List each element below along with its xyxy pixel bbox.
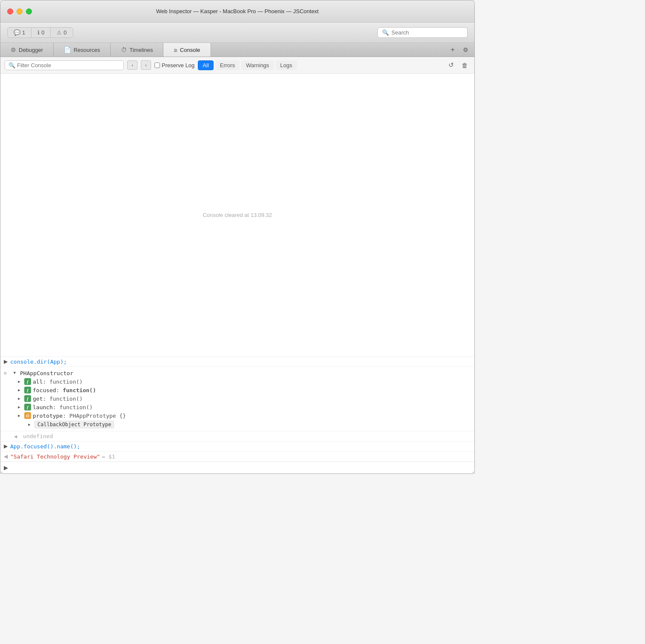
message-icon: 💬 [14,29,20,36]
console-entry-input-1: ▶ console.dir(App); [0,356,474,367]
prop-key-focused: focused [33,387,56,393]
prop-key-all: all [33,379,43,385]
console-entry-input-2: ▶ App.focused().name(); [0,441,474,451]
timelines-icon: ⏱ [121,46,127,53]
func-badge-focused: f [24,387,31,393]
prop-key-prototype: prototype [33,413,63,419]
tab-resources[interactable]: 📄 Resources [54,43,111,57]
func-badge-get: f [24,395,31,402]
preserve-log-label[interactable]: Preserve Log [154,62,194,68]
tab-debugger[interactable]: ⚙ Debugger [0,43,54,57]
tab-console-label: Console [180,47,200,53]
nav-next-button[interactable]: › [141,60,151,70]
tree-row-launch: ▶ f launch : function() [4,403,471,411]
filter-buttons: All Errors Warnings Logs [198,60,297,70]
console-prompt-input[interactable] [11,464,471,471]
search-input[interactable] [391,29,463,36]
title-bar: Web Inspector — Kasper - MacBook Pro — P… [0,0,474,23]
clear-button[interactable]: 🗑 [459,60,470,71]
tab-debugger-label: Debugger [19,47,43,53]
preserve-log-checkbox[interactable] [154,63,160,68]
prop-colon-get: : [43,396,49,402]
console-prompt[interactable]: ▶ [0,462,474,473]
prop-val-get: function() [49,396,83,402]
console-area[interactable]: Console cleared at 13.09.32 ▶ console.di… [0,74,474,473]
callback-obj-badge[interactable]: CallbackObject Prototype [34,421,114,428]
info-icon: ℹ [37,29,40,36]
filter-warnings-button[interactable]: Warnings [241,60,274,70]
console-input-code-2: App.focused().name(); [10,443,80,450]
prop-colon-focused: : [56,387,63,393]
messages-count: 1 [22,29,25,36]
filter-search-icon: 🔍 [9,62,15,68]
prop-val-all: function() [49,379,83,385]
func-badge-all: f [24,378,31,385]
tab-console[interactable]: ≥ Console [163,43,211,57]
prop-key-get: get [33,396,43,402]
console-input-code-1: console.dir(App); [10,359,67,365]
info-count-item[interactable]: ℹ 0 [31,28,51,37]
tree-expand-all[interactable]: ▶ [16,378,23,385]
window-title: Web Inspector — Kasper - MacBook Pro — P… [156,8,319,14]
tree-row-prototype: ▶ O prototype : PHAppPrototype {} [4,411,471,420]
prompt-arrow-icon: ▶ [4,464,8,471]
reload-button[interactable]: ↺ [445,60,457,71]
tree-section: ≡ ▶ PHAppConstructor ▶ f all : function(… [0,367,474,431]
output-arrow-icon: ◀ [14,433,17,439]
dollar-ref: = $1 [102,453,115,460]
nav-prev-button[interactable]: ‹ [127,60,137,70]
close-button[interactable] [7,9,13,14]
filter-all-button[interactable]: All [198,60,213,70]
tree-expand-prototype[interactable]: ▶ [16,412,23,419]
prop-val-launch: function() [60,404,93,410]
filter-logs-button[interactable]: Logs [276,60,297,70]
tab-bar: ⚙ Debugger 📄 Resources ⏱ Timelines ≥ Con… [0,43,474,57]
debugger-icon: ⚙ [11,46,16,53]
tree-expand-root[interactable]: ▶ [11,370,18,376]
web-inspector-window: Web Inspector — Kasper - MacBook Pro — P… [0,0,475,474]
prop-val-focused: function() [63,387,96,393]
prop-colon-prototype: : [63,413,69,419]
tree-expand-get[interactable]: ▶ [16,395,23,402]
input-arrow-icon: ▶ [4,359,8,365]
undefined-text: undefined [23,433,53,439]
traffic-lights [7,9,32,14]
tree-row-focused: ▶ f focused : function() [4,386,471,394]
console-spacer: Console cleared at 13.09.32 [0,74,474,356]
input-arrow-icon-2: ▶ [4,443,8,449]
tree-row-root: ≡ ▶ PHAppConstructor [4,369,471,377]
tab-timelines[interactable]: ⏱ Timelines [111,43,163,57]
tree-expand-launch[interactable]: ▶ [16,404,23,410]
filter-search-input[interactable] [17,62,119,68]
add-tab-button[interactable]: + [447,44,458,55]
func-badge-launch: f [24,404,31,410]
func-badge-prototype: O [24,412,31,419]
warning-count: 0 [63,29,66,36]
tree-root-label: PHAppConstructor [20,370,73,376]
tab-timelines-label: Timelines [129,47,153,53]
output-arrow-icon-2: ◀ [4,453,8,459]
tree-expand-focused[interactable]: ▶ [16,387,23,393]
prop-val-prototype: PHAppPrototype {} [69,413,126,419]
warning-icon: ⚠ [57,29,62,36]
undefined-output: ◀ undefined [0,431,474,441]
warning-count-item[interactable]: ⚠ 0 [51,28,72,37]
tab-resources-label: Resources [74,47,100,53]
tab-spacer [211,43,444,57]
search-icon: 🔍 [382,29,389,36]
list-icon: ≡ [4,370,11,376]
preserve-log-text: Preserve Log [162,62,194,68]
tree-row-get: ▶ f get : function() [4,394,471,403]
filter-right: ↺ 🗑 [445,60,470,71]
tree-row-all: ▶ f all : function() [4,377,471,386]
messages-count-item[interactable]: 💬 1 [8,28,31,37]
settings-button[interactable]: ⚙ [460,44,471,55]
filter-bar: 🔍 ‹ › Preserve Log All Errors Warnings L… [0,57,474,74]
minimize-button[interactable] [17,9,23,14]
filter-errors-button[interactable]: Errors [215,60,240,70]
maximize-button[interactable] [26,9,32,14]
message-bar: 💬 1 ℹ 0 ⚠ 0 🔍 [0,23,474,43]
top-search-bar[interactable]: 🔍 [377,27,468,38]
tree-expand-callback[interactable]: ▶ [26,421,33,428]
console-entry-output-string: ◀ "Safari Technology Preview" = $1 [0,451,474,462]
